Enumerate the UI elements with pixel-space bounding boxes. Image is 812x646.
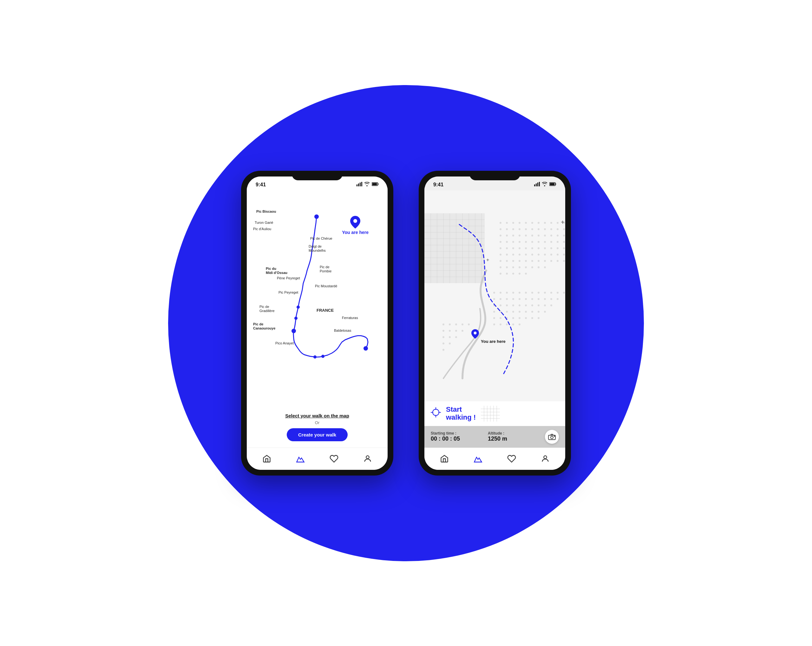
svg-point-190 <box>468 323 470 325</box>
svg-point-129 <box>519 273 520 275</box>
svg-point-102 <box>538 254 540 256</box>
svg-point-8 <box>292 329 296 333</box>
svg-point-122 <box>525 266 527 268</box>
svg-rect-21 <box>424 213 485 283</box>
svg-point-85 <box>499 247 501 249</box>
svg-point-54 <box>512 228 514 230</box>
battery-icon-2 <box>549 182 556 187</box>
svg-point-43 <box>512 222 514 224</box>
svg-point-9 <box>295 317 298 320</box>
altitude-value: 1250 m <box>488 436 545 442</box>
svg-point-138 <box>538 292 540 294</box>
phones-container: 9:41 <box>241 171 571 476</box>
phone-2: 9:41 <box>419 171 571 476</box>
svg-point-108 <box>506 260 508 262</box>
svg-point-221 <box>551 436 553 439</box>
svg-point-131 <box>493 292 495 294</box>
svg-point-70 <box>544 234 546 236</box>
svg-point-83 <box>557 241 559 243</box>
svg-point-149 <box>531 298 533 300</box>
svg-point-171 <box>538 311 540 313</box>
svg-point-161 <box>538 305 540 306</box>
svg-point-116 <box>557 260 559 262</box>
svg-point-74 <box>499 241 501 243</box>
svg-point-91 <box>538 247 540 249</box>
svg-point-14 <box>366 456 369 459</box>
svg-point-57 <box>531 228 533 230</box>
nav-home-1[interactable] <box>259 451 275 467</box>
phone-2-notch <box>469 171 520 180</box>
svg-point-59 <box>544 228 546 230</box>
svg-rect-18 <box>539 182 540 186</box>
svg-point-120 <box>512 266 514 268</box>
svg-point-222 <box>554 436 555 436</box>
svg-point-153 <box>557 298 559 300</box>
camera-button[interactable] <box>545 430 559 444</box>
svg-point-183 <box>506 323 508 325</box>
svg-point-160 <box>531 305 533 306</box>
bottom-nav-2 <box>424 448 565 470</box>
nav-heart-2[interactable] <box>504 451 520 467</box>
svg-point-130 <box>525 273 527 275</box>
svg-point-155 <box>499 305 501 306</box>
svg-rect-2 <box>360 182 361 186</box>
phone-2-inner: 9:41 <box>424 176 565 470</box>
svg-point-93 <box>550 247 552 249</box>
svg-point-150 <box>538 298 540 300</box>
create-walk-button[interactable]: Create your walk <box>287 428 348 441</box>
phone-2-bottom: Startwalking ! <box>424 401 565 470</box>
starting-time-label: Starting time : <box>431 431 488 436</box>
svg-point-180 <box>538 317 540 319</box>
svg-point-75 <box>506 241 508 243</box>
svg-point-50 <box>557 222 559 224</box>
svg-point-58 <box>538 228 540 230</box>
svg-point-119 <box>506 266 508 268</box>
svg-rect-17 <box>537 182 538 186</box>
svg-text:You are here: You are here <box>481 339 505 344</box>
svg-point-139 <box>544 292 546 294</box>
svg-point-200 <box>443 349 444 351</box>
svg-point-7 <box>314 214 319 219</box>
svg-point-115 <box>550 260 552 262</box>
svg-point-104 <box>550 254 552 256</box>
svg-point-170 <box>531 311 533 313</box>
svg-point-79 <box>531 241 533 243</box>
svg-point-47 <box>538 222 540 224</box>
svg-point-82 <box>550 241 552 243</box>
svg-point-126 <box>499 273 501 275</box>
svg-point-61 <box>557 228 559 230</box>
nav-mountain-2[interactable] <box>470 451 486 467</box>
svg-point-55 <box>519 228 520 230</box>
svg-point-76 <box>512 241 514 243</box>
nav-user-1[interactable] <box>360 451 375 467</box>
svg-point-72 <box>557 234 559 236</box>
svg-point-121 <box>519 266 520 268</box>
stats-bar: Starting time : 00 : 00 : 05 Altitude : … <box>424 426 565 448</box>
starting-time-stat: Starting time : 00 : 00 : 05 <box>431 431 488 442</box>
scene: 9:41 <box>57 21 755 625</box>
time-display-1: 9:41 <box>256 182 266 188</box>
wifi-icon-1 <box>364 182 370 187</box>
svg-point-163 <box>550 305 552 306</box>
svg-point-46 <box>531 222 533 224</box>
wifi-icon-2 <box>542 182 548 187</box>
phone-1-map: You are here <box>247 190 388 408</box>
svg-point-189 <box>461 323 463 325</box>
svg-point-87 <box>512 247 514 249</box>
svg-point-194 <box>461 330 463 332</box>
nav-user-2[interactable] <box>537 451 553 467</box>
svg-point-168 <box>519 311 520 313</box>
svg-point-151 <box>544 298 546 300</box>
svg-point-184 <box>512 323 514 325</box>
svg-point-44 <box>519 222 520 224</box>
svg-point-185 <box>519 323 520 325</box>
svg-point-159 <box>525 305 527 306</box>
signal-icon-2 <box>534 182 540 187</box>
svg-point-136 <box>525 292 527 294</box>
svg-point-196 <box>449 336 451 338</box>
svg-point-143 <box>493 298 495 300</box>
nav-mountain-1[interactable] <box>292 451 308 467</box>
nav-heart-1[interactable] <box>326 451 342 467</box>
nav-home-2[interactable] <box>437 451 452 467</box>
svg-point-96 <box>499 254 501 256</box>
